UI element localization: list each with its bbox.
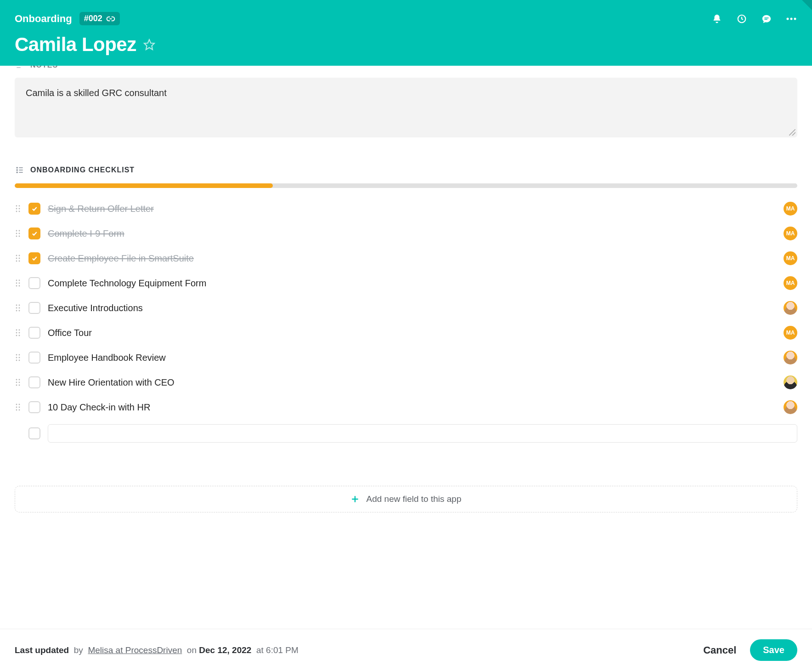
svg-point-47 [19, 330, 20, 331]
more-icon[interactable] [785, 13, 797, 25]
checklist-item-label[interactable]: Employee Handbook Review [48, 353, 776, 363]
checklist-item-label[interactable]: Executive Introductions [48, 303, 776, 313]
footer-actions: Cancel Save [703, 639, 797, 661]
comments-icon[interactable] [761, 13, 773, 25]
on-label: on [187, 645, 197, 655]
checklist-item-label[interactable]: 10 Day Check-in with HR [48, 402, 776, 413]
checklist-item: Executive Introductions [15, 296, 797, 320]
svg-point-10 [17, 167, 17, 168]
checklist-progress [15, 183, 797, 188]
last-updated-meta: Last updated by Melisa at ProcessDriven … [15, 645, 299, 655]
drag-handle-icon[interactable] [15, 279, 21, 287]
new-item-checkbox[interactable] [28, 427, 40, 439]
record-id-badge[interactable]: #002 [79, 12, 120, 25]
assignee-avatar[interactable]: MA [784, 276, 797, 290]
notifications-icon[interactable] [711, 13, 723, 25]
header-actions [711, 13, 797, 25]
drag-handle-icon[interactable] [15, 329, 21, 337]
checklist-checkbox[interactable] [28, 376, 40, 388]
checklist-checkbox[interactable] [28, 401, 40, 413]
checklist-new-item-row [15, 422, 797, 444]
checklist-item-label[interactable]: Complete I-9 Form [48, 228, 776, 239]
checklist-item: New Hire Orientation with CEO [15, 370, 797, 395]
svg-point-63 [19, 385, 20, 386]
svg-point-19 [19, 208, 20, 210]
drag-handle-icon[interactable] [15, 378, 21, 387]
checklist-checkbox[interactable] [28, 203, 40, 215]
svg-point-40 [16, 305, 17, 306]
notes-label: NOTES [30, 66, 58, 69]
svg-point-64 [16, 404, 17, 405]
drag-handle-icon[interactable] [15, 403, 21, 411]
svg-point-4 [790, 17, 793, 20]
assignee-avatar[interactable]: MA [784, 227, 797, 240]
new-item-input[interactable] [48, 424, 797, 443]
svg-point-51 [19, 335, 20, 336]
assignee-avatar[interactable] [784, 351, 797, 364]
svg-point-29 [19, 255, 20, 256]
checklist-item-label[interactable]: Create Employee File in SmartSuite [48, 253, 776, 264]
assignee-avatar[interactable] [784, 301, 797, 315]
svg-rect-2 [764, 19, 767, 20]
svg-point-48 [16, 332, 17, 334]
checklist-checkbox[interactable] [28, 302, 40, 314]
svg-point-28 [16, 255, 17, 256]
checklist-section: ONBOARDING CHECKLIST Sign & Return Offer… [15, 165, 797, 444]
checklist-item: Office TourMA [15, 320, 797, 345]
checklist-checkbox[interactable] [28, 327, 40, 339]
assignee-avatar[interactable]: MA [784, 326, 797, 340]
assignee-avatar[interactable]: MA [784, 251, 797, 265]
assignee-avatar[interactable] [784, 400, 797, 414]
checklist-item-label[interactable]: Complete Technology Equipment Form [48, 278, 776, 289]
svg-point-27 [19, 236, 20, 237]
svg-point-43 [19, 307, 20, 309]
drag-handle-icon[interactable] [15, 254, 21, 262]
assignee-avatar[interactable]: MA [784, 202, 797, 216]
add-field-button[interactable]: Add new field to this app [15, 486, 797, 512]
svg-point-31 [19, 258, 20, 259]
assignee-avatar[interactable] [784, 375, 797, 389]
checklist-checkbox[interactable] [28, 252, 40, 264]
breadcrumb[interactable]: Onboarding [15, 13, 72, 25]
svg-point-39 [19, 285, 20, 287]
drag-handle-icon[interactable] [15, 205, 21, 213]
svg-point-69 [19, 409, 20, 411]
svg-point-30 [16, 258, 17, 259]
page-title: Camila Lopez [15, 34, 136, 56]
checklist-checkbox[interactable] [28, 227, 40, 239]
history-icon[interactable] [736, 13, 748, 25]
svg-point-33 [19, 261, 20, 262]
checklist-item-label[interactable]: Office Tour [48, 328, 776, 338]
checklist-item-label[interactable]: New Hire Orientation with CEO [48, 377, 776, 388]
drag-handle-icon[interactable] [15, 304, 21, 312]
svg-point-55 [19, 357, 20, 358]
svg-point-17 [19, 205, 20, 207]
updated-time: 6:01 PM [266, 645, 299, 655]
svg-point-12 [17, 172, 17, 173]
svg-point-37 [19, 283, 20, 284]
svg-point-56 [16, 360, 17, 361]
svg-point-49 [19, 332, 20, 334]
drag-handle-icon[interactable] [15, 353, 21, 362]
svg-point-52 [16, 354, 17, 356]
notes-textarea[interactable]: Camila is a skilled GRC consultant [15, 78, 797, 137]
checklist-checkbox[interactable] [28, 352, 40, 364]
svg-point-50 [16, 335, 17, 336]
drag-handle-icon[interactable] [15, 229, 21, 238]
svg-point-38 [16, 285, 17, 287]
svg-point-57 [19, 360, 20, 361]
svg-point-67 [19, 407, 20, 408]
svg-point-46 [16, 330, 17, 331]
favorite-star-icon[interactable] [143, 38, 156, 51]
save-button[interactable]: Save [750, 639, 797, 661]
plus-icon [350, 495, 360, 504]
checklist-items: Sign & Return Offer LetterMAComplete I-9… [15, 196, 797, 420]
svg-point-42 [16, 307, 17, 309]
svg-point-36 [16, 283, 17, 284]
cancel-button[interactable]: Cancel [703, 644, 736, 656]
checklist-item-label[interactable]: Sign & Return Offer Letter [48, 204, 776, 214]
checklist-checkbox[interactable] [28, 277, 40, 289]
breadcrumb-row: Onboarding #002 [15, 12, 120, 25]
updated-by-name[interactable]: Melisa at ProcessDriven [88, 645, 182, 655]
checklist-icon [15, 165, 25, 175]
